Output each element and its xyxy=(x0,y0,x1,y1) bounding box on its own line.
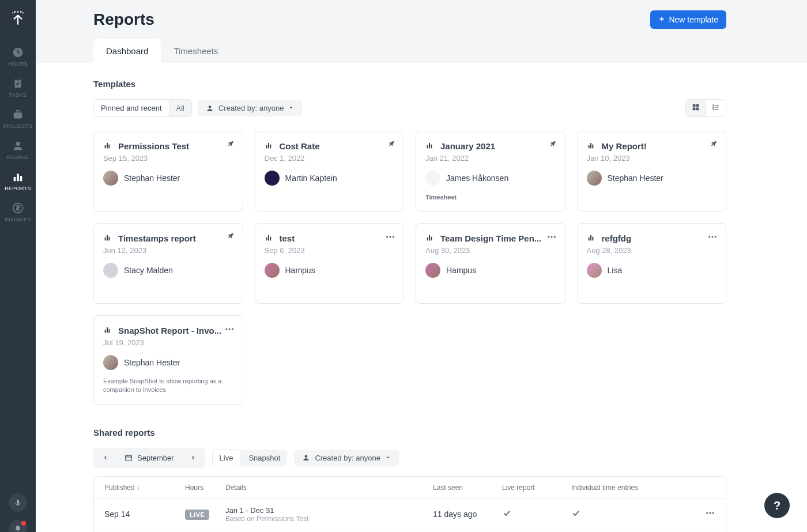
svg-rect-37 xyxy=(427,145,428,148)
pin-icon[interactable] xyxy=(228,232,235,241)
seg-live[interactable]: Live xyxy=(212,450,241,466)
card-title: SnapShot Report - Invo... xyxy=(118,326,221,335)
help-button[interactable]: ? xyxy=(764,493,790,518)
pin-icon[interactable] xyxy=(550,139,557,149)
svg-rect-69 xyxy=(108,329,110,333)
svg-rect-34 xyxy=(266,145,267,148)
person-icon xyxy=(206,104,214,112)
template-card[interactable]: Timestamps reportJun 12, 2023Stacy Malde… xyxy=(93,223,243,304)
svg-rect-10 xyxy=(16,78,20,81)
template-card[interactable]: refgfdgAug 28, 2023Lisa xyxy=(577,223,727,304)
chevron-down-icon xyxy=(288,104,294,112)
view-list-button[interactable] xyxy=(706,100,726,116)
svg-rect-40 xyxy=(588,145,589,148)
col-published[interactable]: Published↓ xyxy=(104,484,185,492)
month-next-button[interactable] xyxy=(183,450,203,466)
card-date: Jan 10, 2023 xyxy=(587,154,717,163)
card-date: Jul 19, 2023 xyxy=(103,338,233,347)
svg-rect-43 xyxy=(105,237,106,240)
svg-rect-31 xyxy=(105,145,106,148)
more-icon[interactable] xyxy=(546,232,557,244)
card-title: Permissions Test xyxy=(118,141,189,151)
nav-invoices[interactable]: INVOICES xyxy=(0,196,36,227)
live-badge: LIVE xyxy=(185,510,209,520)
template-card[interactable]: Cost RateDec 1, 2022Martin Kaptein xyxy=(255,131,405,212)
tab-timesheets[interactable]: Timesheets xyxy=(161,39,231,63)
bar-chart-icon xyxy=(103,233,112,244)
author-name: Hampus xyxy=(285,266,315,275)
card-date: Dec 1, 2022 xyxy=(265,154,395,163)
clock-icon xyxy=(12,46,24,59)
svg-rect-57 xyxy=(431,237,432,241)
svg-point-75 xyxy=(706,512,708,514)
templates-heading: Templates xyxy=(93,79,726,89)
sidebar-mic-button[interactable] xyxy=(9,493,27,512)
more-icon[interactable] xyxy=(385,232,395,244)
month-prev-button[interactable] xyxy=(96,450,115,466)
new-template-button[interactable]: New template xyxy=(650,10,726,29)
nav-reports[interactable]: REPORTS xyxy=(0,165,36,196)
svg-rect-67 xyxy=(105,330,106,333)
row-more-button[interactable] xyxy=(675,508,715,521)
nav-tasks[interactable]: TASKS xyxy=(0,71,36,103)
author-avatar xyxy=(103,263,118,278)
col-live-report[interactable]: Live report xyxy=(502,484,571,492)
tab-dashboard[interactable]: Dashboard xyxy=(93,39,161,63)
card-date: Sep 15, 2023 xyxy=(103,154,233,163)
svg-rect-51 xyxy=(270,237,271,241)
template-card[interactable]: testSep 6, 2023Hampus xyxy=(255,223,405,304)
col-details[interactable]: Details xyxy=(225,484,433,492)
template-card[interactable]: Permissions TestSep 15, 2023Stephan Hest… xyxy=(93,131,243,212)
author-name: Stephan Hester xyxy=(124,358,180,367)
template-card[interactable]: SnapShot Report - Invo...Jul 19, 2023Ste… xyxy=(93,315,243,405)
filter-pinned-recent[interactable]: Pinned and recent xyxy=(94,100,169,116)
filter-scope-toggle: Pinned and recent All xyxy=(93,99,192,117)
table-row[interactable]: Sep 14LIVEJan 1 - Dec 31Based on Permiss… xyxy=(94,499,726,530)
month-picker-button[interactable]: September xyxy=(116,450,182,466)
svg-point-29 xyxy=(713,107,714,107)
template-card[interactable]: January 2021Jan 21, 2022James HåkonsenTi… xyxy=(416,131,565,212)
author-avatar xyxy=(587,263,602,278)
nav-projects[interactable]: PROJECTS xyxy=(0,103,36,134)
card-date: Aug 30, 2023 xyxy=(425,246,556,255)
template-card[interactable]: My Report!Jan 10, 2023Stephan Hester xyxy=(577,131,727,212)
col-hours[interactable]: Hours xyxy=(185,484,225,492)
cell-details: Jan 1 - Dec 31Based on Permissions Test xyxy=(225,506,433,523)
svg-point-59 xyxy=(712,236,714,238)
cell-hours: LIVE xyxy=(185,510,225,519)
dollar-icon xyxy=(12,202,24,214)
more-icon[interactable] xyxy=(224,324,235,336)
chevron-left-icon xyxy=(103,455,108,461)
svg-rect-68 xyxy=(107,327,108,333)
month-label: September xyxy=(137,454,174,462)
app-logo[interactable] xyxy=(0,0,36,36)
sidebar-notifications-button[interactable] xyxy=(9,520,27,532)
view-toggle xyxy=(685,99,726,117)
col-last-seen[interactable]: Last seen xyxy=(433,484,502,492)
main-content: Reports New template Dashboard Timesheet… xyxy=(36,0,807,532)
shared-heading: Shared reports xyxy=(93,428,726,437)
filter-created-by[interactable]: Created by: anyone xyxy=(198,100,302,116)
pin-icon[interactable] xyxy=(389,139,395,149)
filter-all[interactable]: All xyxy=(169,100,191,116)
shared-filter-created-by[interactable]: Created by: anyone xyxy=(294,450,398,466)
svg-point-77 xyxy=(712,512,714,514)
pin-icon[interactable] xyxy=(711,139,718,149)
bar-chart-icon xyxy=(587,233,596,244)
seg-snapshot[interactable]: Snapshot xyxy=(242,450,287,466)
nav-label: PEOPLE xyxy=(7,154,29,160)
template-card[interactable]: Team Design Time Pen...Aug 30, 2023Hampu… xyxy=(416,223,565,304)
view-grid-button[interactable] xyxy=(686,100,706,116)
plus-icon xyxy=(658,15,665,24)
pin-icon[interactable] xyxy=(228,139,235,149)
svg-rect-33 xyxy=(108,145,110,149)
svg-line-7 xyxy=(21,11,21,12)
bar-chart-icon xyxy=(265,141,274,152)
nav-hours[interactable]: HOURS xyxy=(0,40,36,71)
nav-people[interactable]: PEOPLE xyxy=(0,134,36,165)
col-individual[interactable]: Individual time entries xyxy=(571,484,675,492)
more-icon[interactable] xyxy=(707,232,718,244)
svg-rect-15 xyxy=(20,176,22,181)
svg-point-54 xyxy=(553,236,555,238)
svg-rect-17 xyxy=(17,499,19,503)
